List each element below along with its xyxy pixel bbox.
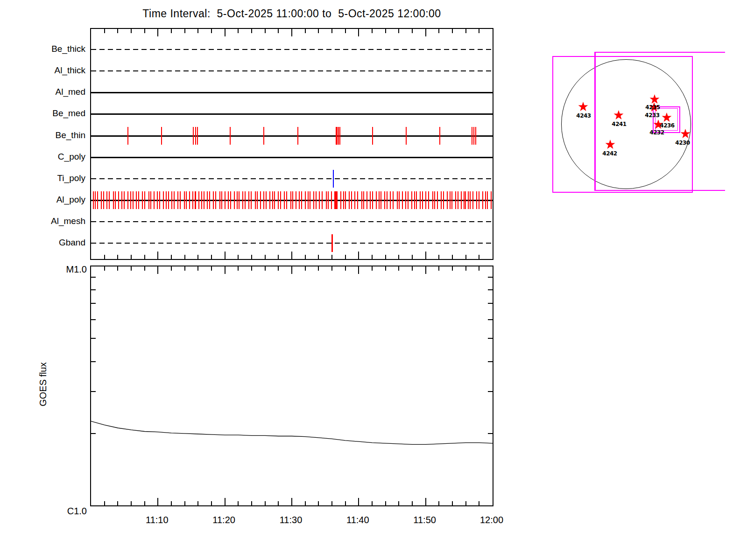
exposure-tick: [184, 191, 185, 209]
exposure-tick: [263, 127, 264, 145]
exposure-tick: [322, 191, 323, 209]
goes-axis-title: GOES flux: [38, 352, 49, 417]
minor-x-tick: [345, 501, 346, 505]
minor-x-tick: [318, 255, 319, 259]
minor-x-tick: [211, 501, 212, 505]
minor-x-tick: [438, 255, 439, 259]
exposure-tick: [168, 191, 169, 209]
active-region-label: 4236: [657, 122, 677, 129]
exposure-tick: [402, 191, 403, 209]
goes-y-max-label: M1.0: [28, 264, 87, 275]
minor-x-tick: [398, 501, 399, 505]
exposure-tick: [207, 191, 208, 209]
minor-x-tick: [412, 255, 413, 259]
exposure-tick: [115, 191, 116, 209]
exposure-tick: [305, 191, 306, 209]
active-region-label: 4230: [672, 140, 693, 146]
exposure-tick: [406, 127, 407, 145]
major-x-tick: [225, 266, 226, 274]
exposure-tick: [296, 191, 296, 209]
active-region-label: 4232: [647, 129, 667, 136]
minor-x-tick: [331, 29, 332, 33]
minor-x-tick: [412, 266, 413, 271]
exposure-tick: [337, 127, 338, 145]
minor-x-tick: [278, 29, 279, 33]
exposure-tick: [357, 191, 358, 209]
exposure-tick: [381, 191, 381, 209]
exposure-tick: [242, 191, 243, 209]
filter-row-label: Ti_poly: [13, 173, 85, 183]
exposure-tick: [441, 191, 442, 209]
filter-row-label: Al_thick: [13, 65, 85, 76]
active-region-label: 4241: [609, 121, 629, 127]
goes-x-tick-label: 11:30: [270, 515, 312, 525]
active-region-label: 4243: [573, 112, 594, 119]
exposure-tick: [124, 191, 125, 209]
exposure-tick: [351, 191, 352, 209]
exposure-tick: [339, 127, 340, 145]
minor-x-tick: [171, 501, 172, 505]
minor-x-tick: [331, 501, 332, 505]
exposure-tick: [370, 191, 371, 209]
minor-x-tick: [452, 501, 453, 505]
exposure-tick: [225, 191, 226, 209]
minor-x-tick: [184, 255, 185, 259]
exposure-tick: [313, 191, 314, 209]
filter-row-label: Al_med: [13, 87, 85, 97]
exposure-tick: [189, 191, 190, 209]
exposure-tick: [455, 191, 456, 209]
minor-x-tick: [171, 266, 172, 271]
filter-row-line-gband: [91, 243, 493, 244]
minor-x-tick: [398, 255, 399, 259]
minor-x-tick: [412, 501, 413, 505]
minor-x-tick: [197, 501, 198, 505]
exposure-tick: [204, 191, 204, 209]
exposure-tick: [434, 191, 435, 209]
minor-x-tick: [131, 501, 132, 505]
exposure-tick: [133, 191, 134, 209]
minor-x-tick: [265, 501, 266, 505]
goes-x-tick-label: 12:00: [471, 515, 513, 525]
exposure-tick: [177, 191, 178, 209]
minor-x-tick: [131, 266, 132, 271]
goes-y-min-label: C1.0: [28, 506, 87, 517]
exposure-tick: [121, 191, 122, 209]
exposure-tick: [260, 191, 261, 209]
exposure-tick: [310, 191, 310, 209]
exposure-tick: [127, 191, 128, 209]
major-x-tick: [291, 498, 292, 505]
goes-x-tick-label: 11:50: [404, 515, 446, 525]
filter-row-line-be_thick: [91, 49, 493, 50]
exposure-tick: [450, 191, 451, 209]
goes-y-minor-tick: [488, 289, 493, 290]
exposure-tick: [213, 191, 214, 209]
filter-row-line-ti_poly: [91, 178, 493, 179]
exposure-tick: [393, 191, 394, 209]
exposure-tick: [331, 191, 332, 209]
exposure-tick: [219, 191, 220, 209]
exposure-tick: [284, 191, 285, 209]
minor-x-tick: [278, 501, 279, 505]
exposure-tick: [297, 127, 298, 145]
exposure-tick: [286, 191, 287, 209]
exposure-tick: [103, 191, 104, 209]
exposure-tick: [230, 127, 231, 145]
exposure-tick: [447, 191, 448, 209]
exposure-tick: [234, 191, 235, 209]
goes-y-minor-tick: [488, 303, 493, 304]
exposure-tick: [485, 191, 486, 209]
exposure-tick: [390, 191, 391, 209]
minor-x-tick: [385, 255, 386, 259]
minor-x-tick: [278, 255, 279, 259]
major-x-tick: [225, 252, 226, 259]
major-x-tick: [291, 266, 292, 274]
major-x-tick: [291, 29, 292, 36]
minor-x-tick: [184, 501, 185, 505]
exposure-tick: [372, 127, 373, 145]
goes-y-minor-tick: [91, 289, 96, 290]
exposure-tick: [299, 191, 300, 209]
exposure-tick: [186, 191, 187, 209]
minor-x-tick: [197, 29, 198, 33]
exposure-tick: [328, 191, 329, 209]
exposure-tick: [166, 191, 167, 209]
